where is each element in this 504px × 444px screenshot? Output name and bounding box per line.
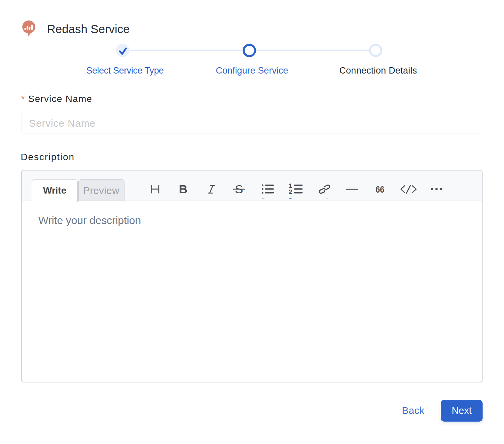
- svg-text:2: 2: [289, 188, 292, 195]
- svg-text:B: B: [179, 183, 188, 196]
- svg-text:66: 66: [375, 184, 385, 195]
